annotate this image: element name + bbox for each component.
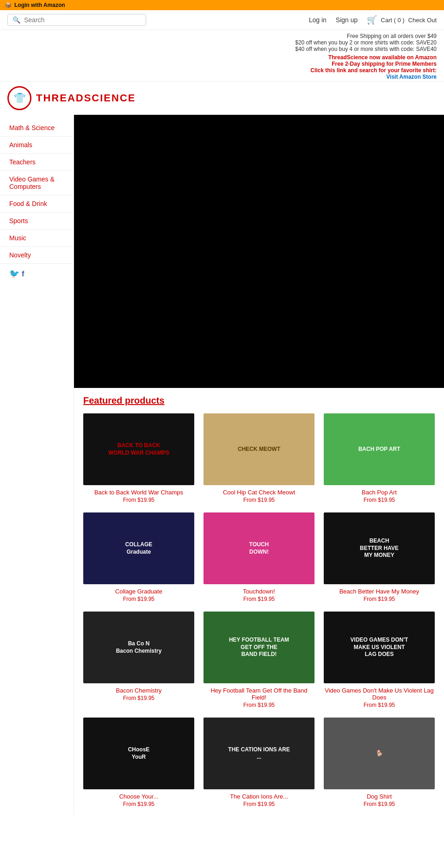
amazon-promo-line1: ThreadScience now available on Amazon bbox=[7, 54, 437, 61]
sidebar-item-video-games[interactable]: Video Games & Computers bbox=[0, 171, 74, 195]
signup-link[interactable]: Sign up bbox=[336, 16, 358, 24]
product-card[interactable]: BACH POP ARTBach Pop ArtFrom $19.95 bbox=[324, 413, 435, 503]
product-price: From $19.95 bbox=[324, 497, 435, 503]
search-input[interactable] bbox=[24, 16, 141, 24]
sidebar-link-sports[interactable]: Sports bbox=[9, 217, 28, 225]
product-price: From $19.95 bbox=[83, 497, 194, 503]
product-image: BEACH BETTER HAVE MY MONEY bbox=[324, 512, 435, 584]
featured-section: Featured products BACK TO BACK WORLD WAR… bbox=[74, 388, 444, 815]
main-content: Featured products BACK TO BACK WORLD WAR… bbox=[74, 115, 444, 815]
sidebar-link-math-science[interactable]: Math & Science bbox=[9, 124, 55, 131]
sidebar-link-video-games[interactable]: Video Games & Computers bbox=[9, 175, 55, 190]
amazon-promo-line3: Click this link and search for your favo… bbox=[7, 67, 437, 74]
product-image: BACK TO BACK WORLD WAR CHAMPS bbox=[83, 413, 194, 485]
amazon-promo-block: ThreadScience now available on Amazon Fr… bbox=[7, 54, 437, 80]
product-image: Ba Co N Bacon Chemistry bbox=[83, 612, 194, 683]
amazon-login-bar[interactable]: 📦 Login with Amazon bbox=[0, 0, 444, 10]
product-name[interactable]: Touchdown! bbox=[204, 588, 314, 595]
product-price: From $19.95 bbox=[324, 801, 435, 807]
product-name[interactable]: Bach Pop Art bbox=[324, 489, 435, 496]
logo-text: THREADSCIENCE bbox=[36, 92, 136, 104]
top-nav: 🔍 Log in Sign up 🛒 Cart ( 0 ) Check Out bbox=[0, 10, 444, 30]
cart-icon: 🛒 bbox=[367, 15, 377, 25]
product-name[interactable]: Dog Shirt bbox=[324, 793, 435, 800]
sidebar-link-food-drink[interactable]: Food & Drink bbox=[9, 200, 47, 207]
sidebar-link-music[interactable]: Music bbox=[9, 234, 26, 242]
product-image: VIDEO GAMES DON'T MAKE US VIOLENT LAG DO… bbox=[324, 612, 435, 683]
featured-title: Featured products bbox=[83, 395, 435, 406]
sidebar-item-sports[interactable]: Sports bbox=[0, 212, 74, 230]
amazon-store-link[interactable]: Visit Amazon Store bbox=[386, 74, 437, 80]
main-layout: Math & Science Animals Teachers Video Ga… bbox=[0, 115, 444, 815]
amazon-login-label: Login with Amazon bbox=[14, 2, 65, 8]
product-name[interactable]: Bacon Chemistry bbox=[83, 687, 194, 694]
product-price: From $19.95 bbox=[204, 702, 314, 708]
sidebar-item-teachers[interactable]: Teachers bbox=[0, 154, 74, 171]
product-card[interactable]: THE CATION IONS ARE ...The Cation Ions A… bbox=[204, 718, 314, 807]
product-price: From $19.95 bbox=[204, 497, 314, 503]
product-card[interactable]: TOUCH DOWN!Touchdown!From $19.95 bbox=[204, 512, 314, 602]
product-name[interactable]: Hey Football Team Get Off the Band Field… bbox=[204, 687, 314, 701]
promo-banner: Free Shipping on all orders over $49 $20… bbox=[0, 30, 444, 81]
product-price: From $19.95 bbox=[204, 596, 314, 602]
nav-links: Log in Sign up bbox=[309, 16, 358, 24]
sidebar-item-math-science[interactable]: Math & Science bbox=[0, 119, 74, 137]
product-price: From $19.95 bbox=[83, 695, 194, 701]
logo-area: 👕 THREADSCIENCE bbox=[0, 81, 444, 115]
product-image: HEY FOOTBALL TEAM GET OFF THE BAND FIELD… bbox=[204, 612, 314, 683]
product-image: THE CATION IONS ARE ... bbox=[204, 718, 314, 789]
product-card[interactable]: BACK TO BACK WORLD WAR CHAMPSBack to Bac… bbox=[83, 413, 194, 503]
product-price: From $19.95 bbox=[83, 596, 194, 602]
checkout-link[interactable]: Check Out bbox=[408, 17, 437, 24]
promo-line1: Free Shipping on all orders over $49 bbox=[7, 33, 437, 39]
product-name[interactable]: Video Games Don't Make Us Violent Lag Do… bbox=[324, 687, 435, 701]
product-name[interactable]: Cool Hip Cat Check Meowt bbox=[204, 489, 314, 496]
product-name[interactable]: The Cation Ions Are... bbox=[204, 793, 314, 800]
facebook-icon: 🐦 bbox=[9, 269, 19, 278]
login-link[interactable]: Log in bbox=[309, 16, 327, 24]
sidebar-link-teachers[interactable]: Teachers bbox=[9, 158, 36, 166]
sidebar: Math & Science Animals Teachers Video Ga… bbox=[0, 115, 74, 815]
promo-line2: $20 off when you buy 2 or more shirts wi… bbox=[7, 39, 437, 46]
product-name[interactable]: Back to Back World War Champs bbox=[83, 489, 194, 496]
hero-banner bbox=[74, 115, 444, 388]
product-price: From $19.95 bbox=[324, 702, 435, 708]
product-name[interactable]: Collage Graduate bbox=[83, 588, 194, 595]
product-image: CHECK MEOWT bbox=[204, 413, 314, 485]
product-card[interactable]: VIDEO GAMES DON'T MAKE US VIOLENT LAG DO… bbox=[324, 612, 435, 708]
product-price: From $19.95 bbox=[204, 801, 314, 807]
product-image: 🐕 bbox=[324, 718, 435, 789]
product-card[interactable]: BEACH BETTER HAVE MY MONEYBeach Better H… bbox=[324, 512, 435, 602]
product-image: CHoosE YouR bbox=[83, 718, 194, 789]
product-image: COLLAGE Graduate bbox=[83, 512, 194, 584]
sidebar-link-animals[interactable]: Animals bbox=[9, 141, 32, 149]
cart-count[interactable]: Cart ( 0 ) bbox=[381, 17, 404, 24]
product-image: TOUCH DOWN! bbox=[204, 512, 314, 584]
product-card[interactable]: HEY FOOTBALL TEAM GET OFF THE BAND FIELD… bbox=[204, 612, 314, 708]
product-card[interactable]: Ba Co N Bacon ChemistryBacon ChemistryFr… bbox=[83, 612, 194, 708]
product-name[interactable]: Choose Your... bbox=[83, 793, 194, 800]
sidebar-link-novelty[interactable]: Novelty bbox=[9, 251, 31, 259]
amazon-promo-line2: Free 2-Day shipping for Prime Members bbox=[7, 61, 437, 67]
cart-area: 🛒 Cart ( 0 ) Check Out bbox=[367, 15, 437, 25]
product-card[interactable]: COLLAGE GraduateCollage GraduateFrom $19… bbox=[83, 512, 194, 602]
products-grid: BACK TO BACK WORLD WAR CHAMPSBack to Bac… bbox=[83, 413, 435, 807]
product-card[interactable]: 🐕Dog ShirtFrom $19.95 bbox=[324, 718, 435, 807]
search-box[interactable]: 🔍 bbox=[7, 14, 146, 26]
facebook-f: f bbox=[22, 270, 24, 278]
product-card[interactable]: CHECK MEOWTCool Hip Cat Check MeowtFrom … bbox=[204, 413, 314, 503]
amazon-icon: 📦 bbox=[5, 2, 12, 8]
sidebar-item-novelty[interactable]: Novelty bbox=[0, 247, 74, 264]
facebook-link[interactable]: 🐦 f bbox=[0, 264, 74, 283]
sidebar-item-music[interactable]: Music bbox=[0, 230, 74, 247]
logo-icon: 👕 bbox=[7, 86, 31, 110]
sidebar-item-food-drink[interactable]: Food & Drink bbox=[0, 195, 74, 212]
promo-line3: $40 off when you buy 4 or more shirts wi… bbox=[7, 46, 437, 52]
product-image: BACH POP ART bbox=[324, 413, 435, 485]
product-card[interactable]: CHoosE YouRChoose Your...From $19.95 bbox=[83, 718, 194, 807]
product-price: From $19.95 bbox=[83, 801, 194, 807]
search-icon: 🔍 bbox=[12, 16, 20, 24]
sidebar-item-animals[interactable]: Animals bbox=[0, 137, 74, 154]
product-name[interactable]: Beach Better Have My Money bbox=[324, 588, 435, 595]
product-price: From $19.95 bbox=[324, 596, 435, 602]
